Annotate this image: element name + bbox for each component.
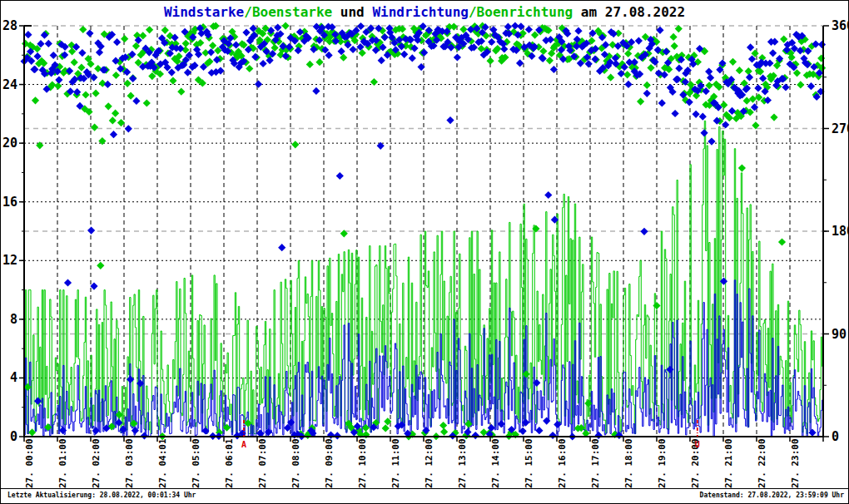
direction-point	[232, 41, 240, 48]
direction-point	[121, 35, 128, 42]
direction-point	[242, 29, 250, 37]
left-axis-label: 16	[2, 195, 17, 210]
direction-point	[487, 57, 494, 65]
direction-point	[624, 81, 632, 88]
direction-point	[66, 67, 73, 75]
direction-point	[674, 76, 682, 83]
direction-point	[705, 68, 712, 76]
direction-point	[439, 422, 447, 429]
direction-point	[743, 97, 751, 105]
direction-point	[82, 91, 89, 98]
x-axis-label: 27. 18:00	[623, 438, 634, 488]
x-axis-label: 27. 22:00	[757, 438, 767, 488]
direction-point	[446, 116, 454, 124]
direction-point	[574, 27, 582, 35]
direction-point	[127, 92, 135, 100]
direction-point	[624, 50, 632, 57]
x-axis-label: 27. 07:00	[257, 438, 268, 488]
direction-point	[146, 26, 153, 33]
direction-point	[291, 141, 299, 148]
direction-point	[440, 428, 448, 436]
x-axis-label: 27. 15:00	[524, 438, 534, 488]
direction-point	[110, 131, 117, 138]
direction-point	[549, 432, 557, 439]
direction-point	[36, 141, 43, 149]
x-axis-label: 27. 03:00	[124, 438, 135, 488]
left-axis-label: 0	[10, 429, 17, 444]
x-axis-label: 27. 16:00	[557, 438, 568, 488]
direction-point	[770, 114, 777, 121]
x-axis-label: 27. 10:00	[357, 438, 368, 488]
x-axis-label: 27. 05:00	[191, 438, 201, 488]
direction-point	[675, 65, 683, 72]
direction-point	[643, 82, 651, 89]
direction-point	[500, 45, 508, 52]
direction-point	[24, 31, 32, 38]
direction-point	[729, 58, 737, 66]
direction-point	[161, 27, 169, 34]
direction-point	[55, 77, 62, 84]
direction-point	[591, 56, 598, 63]
data-timestamp-text: Datenstand: 27.08.2022, 23:59:09 Uhr	[700, 489, 844, 502]
direction-point	[749, 96, 757, 103]
direction-point	[736, 67, 743, 74]
x-axis-label: 27. 12:00	[424, 438, 434, 488]
direction-point	[87, 227, 95, 235]
direction-point	[32, 96, 39, 104]
direction-point	[312, 87, 320, 95]
direction-point	[647, 64, 654, 72]
left-axis-label: 20	[2, 136, 17, 151]
left-axis-label: 8	[10, 312, 17, 327]
direction-point	[71, 58, 78, 66]
direction-point	[98, 137, 106, 145]
direction-point	[209, 42, 216, 49]
wind-chart-page: Windstarke/Boenstarke und Windrichtung/B…	[0, 0, 849, 504]
direction-point	[818, 41, 826, 48]
direction-point	[54, 82, 62, 90]
direction-point	[334, 432, 341, 439]
sun-marker-label: A	[241, 440, 246, 449]
direction-point	[96, 48, 103, 56]
direction-point	[315, 58, 323, 66]
direction-point	[327, 432, 335, 439]
left-axis-label: 4	[10, 370, 17, 385]
direction-point	[255, 81, 262, 88]
left-axis-label: 28	[2, 18, 17, 33]
direction-point	[551, 216, 559, 224]
direction-point	[498, 420, 505, 427]
direction-point	[504, 23, 512, 31]
direction-point	[124, 80, 132, 87]
direction-point	[472, 432, 479, 439]
direction-point	[722, 121, 729, 128]
direction-point	[544, 191, 552, 199]
direction-point	[595, 432, 603, 439]
direction-point	[778, 238, 786, 245]
direction-point	[306, 61, 314, 68]
direction-point	[260, 60, 267, 67]
direction-point	[607, 74, 614, 82]
status-bar: Letzte Aktualisierung: 28.08.2022, 00:01…	[1, 488, 848, 502]
sun-marker-label: U	[695, 440, 700, 449]
x-axis-label: 27. 23:00	[790, 438, 801, 488]
left-axis-label: 24	[2, 77, 17, 92]
direction-point	[670, 33, 678, 41]
direction-point	[488, 38, 495, 46]
left-axis-label: 12	[2, 253, 17, 268]
x-axis-label: 27. 14:00	[490, 438, 501, 488]
direction-point	[658, 99, 666, 106]
direction-point	[278, 244, 285, 251]
right-axis-label: 360	[832, 18, 848, 33]
direction-point	[409, 54, 416, 62]
x-axis-label: 27. 13:00	[457, 438, 468, 488]
direction-point	[64, 279, 72, 286]
direction-point	[738, 165, 746, 172]
direction-point	[125, 125, 132, 132]
direction-point	[282, 22, 290, 30]
direction-point	[169, 77, 176, 85]
direction-point	[31, 66, 38, 73]
direction-point	[45, 40, 52, 47]
right-axis-label: 0	[832, 429, 839, 444]
direction-point	[546, 57, 554, 64]
direction-point	[79, 26, 87, 33]
direction-point	[653, 302, 660, 309]
